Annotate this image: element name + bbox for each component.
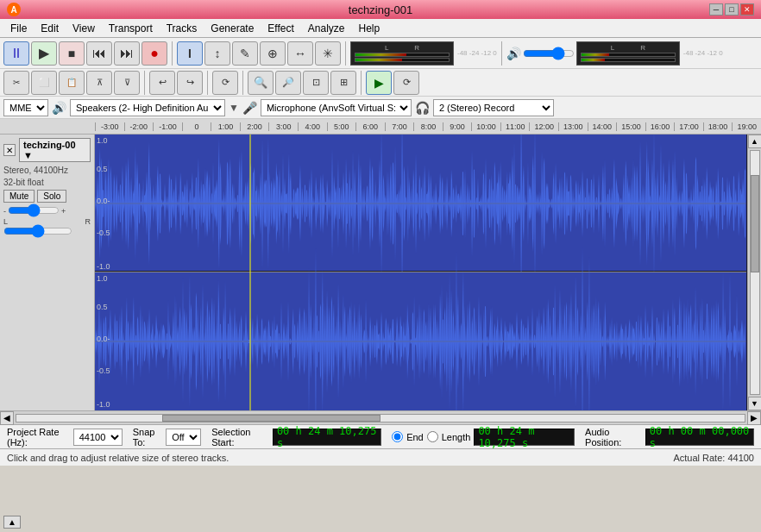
- menu-view[interactable]: View: [66, 21, 102, 36]
- trim-button[interactable]: ✂: [3, 71, 29, 95]
- solo-button[interactable]: Solo: [37, 190, 66, 203]
- project-rate-group: Project Rate (Hz): 44100: [7, 427, 123, 448]
- separator3: [501, 41, 502, 66]
- timeshift-tool[interactable]: ↔: [287, 41, 313, 66]
- api-select[interactable]: MME: [3, 99, 48, 116]
- channels-select[interactable]: 2 (Stereo) Record: [433, 99, 554, 116]
- transport-toolbar: ⏸ ▶ ■ ⏮ ⏭ ● I ↕ ✎ ⊕ ↔ ✳ LR -48 -24 -12 0…: [0, 38, 761, 69]
- play-button[interactable]: ▶: [31, 41, 57, 66]
- gain-row: - +: [3, 205, 91, 216]
- timeline-ruler: -3:00 -2:00 -1:00 0 1:00 2:00 3:00 4:00 …: [0, 119, 761, 135]
- multi-tool[interactable]: ✳: [315, 41, 341, 66]
- track-expand-button[interactable]: ▲: [3, 516, 21, 529]
- length-radio[interactable]: [427, 431, 438, 442]
- titlebar-title: techzing-001: [349, 3, 412, 16]
- menu-help[interactable]: Help: [352, 21, 387, 36]
- pause-button[interactable]: ⏸: [3, 41, 29, 66]
- gain-slider[interactable]: [8, 205, 60, 216]
- zoom-in-button[interactable]: 🔍: [248, 71, 274, 95]
- draw-tool[interactable]: ✎: [232, 41, 258, 66]
- zoom-out-waveform[interactable]: ⊽: [114, 71, 140, 95]
- track-name-button[interactable]: techzing-00 ▼: [19, 138, 91, 162]
- down-arrow-icon: ▼: [229, 102, 239, 114]
- zoom-tool[interactable]: ⊕: [260, 41, 286, 66]
- actual-rate-text: Actual Rate: 44100: [673, 453, 754, 463]
- input-vu-r: [581, 58, 676, 62]
- output-volume-slider[interactable]: [523, 48, 575, 59]
- mic-icon: 🎤: [242, 101, 257, 115]
- waveform-area[interactable]: [95, 135, 747, 410]
- select-tool[interactable]: I: [177, 41, 203, 66]
- v-scroll-thumb[interactable]: [751, 175, 759, 272]
- speaker-icon: 🔊: [506, 47, 521, 60]
- record-button[interactable]: ●: [142, 41, 167, 66]
- pan-slider[interactable]: [3, 226, 72, 236]
- sep7: [361, 71, 362, 95]
- maximize-button[interactable]: □: [725, 3, 739, 16]
- input-device-select[interactable]: Microphone (AnvSoft Virtual S:: [261, 99, 412, 116]
- play-green-button[interactable]: ▶: [366, 71, 392, 95]
- skip-back-button[interactable]: ⏮: [86, 41, 112, 66]
- h-scroll-right[interactable]: ▶: [747, 411, 761, 425]
- silence-button[interactable]: ⬜: [31, 71, 57, 95]
- menu-effect[interactable]: Effect: [261, 21, 300, 36]
- zoom-fit-button[interactable]: ⊞: [330, 71, 356, 95]
- track-controls-panel: ✕ techzing-00 ▼ Stereo, 44100Hz 32-bit f…: [0, 135, 95, 410]
- zoom-sel-button[interactable]: ⊡: [303, 71, 329, 95]
- output-vu-meter: LR: [350, 41, 454, 66]
- bottom-bar: Click and drag to adjust relative size o…: [0, 448, 761, 466]
- sync-button[interactable]: ⟳: [212, 71, 238, 95]
- status-bar: Project Rate (Hz): 44100 Snap To: Off Se…: [0, 424, 761, 448]
- track-info-stereo: Stereo, 44100Hz: [3, 166, 91, 175]
- track-info-bitdepth: 32-bit float: [3, 178, 91, 187]
- redo-button[interactable]: ↪: [177, 71, 203, 95]
- project-rate-select[interactable]: 44100: [73, 429, 123, 446]
- menu-analyze[interactable]: Analyze: [301, 21, 352, 36]
- length-label: Length: [442, 432, 471, 442]
- input-db-labels: -48 -24 -12 0: [683, 49, 723, 57]
- v-scroll-down[interactable]: ▼: [748, 397, 762, 410]
- skip-forward-button[interactable]: ⏭: [114, 41, 140, 66]
- audio-position-display: 00 h 00 m 00,000 s: [645, 429, 754, 446]
- end-length-group: End Length 00 h 24 m 10,275 s: [392, 429, 575, 446]
- envelope-tool[interactable]: ↕: [204, 41, 230, 66]
- titlebar-left: A: [7, 3, 21, 16]
- v-scroll-track[interactable]: [750, 150, 760, 395]
- menu-file[interactable]: File: [3, 21, 34, 36]
- main-area: ✕ techzing-00 ▼ Stereo, 44100Hz 32-bit f…: [0, 135, 761, 410]
- separator1: [172, 41, 173, 66]
- menu-generate[interactable]: Generate: [204, 21, 261, 36]
- sep6: [242, 71, 243, 95]
- loop-button[interactable]: ⟳: [393, 71, 419, 95]
- zoom-in-waveform[interactable]: ⊼: [86, 71, 112, 95]
- horizontal-scrollbar[interactable]: ◀ ▶: [0, 410, 761, 424]
- close-button[interactable]: ✕: [740, 3, 754, 16]
- h-scroll-left[interactable]: ◀: [0, 411, 14, 425]
- h-scroll-track[interactable]: [16, 414, 745, 422]
- output-device-select[interactable]: Speakers (2- High Definition Au: [70, 99, 225, 116]
- mute-button[interactable]: Mute: [3, 190, 35, 203]
- edit-toolbar: ✂ ⬜ 📋 ⊼ ⊽ ↩ ↪ ⟳ 🔍 🔎 ⊡ ⊞ ▶ ⟳: [0, 69, 761, 97]
- track-close-button[interactable]: ✕: [3, 144, 16, 156]
- stop-button[interactable]: ■: [59, 41, 85, 66]
- menu-transport[interactable]: Transport: [102, 21, 160, 36]
- device-row: MME 🔊 Speakers (2- High Definition Au ▼ …: [0, 97, 761, 119]
- app-logo: A: [7, 3, 21, 16]
- menu-edit[interactable]: Edit: [34, 21, 66, 36]
- zoom-out-button[interactable]: 🔎: [275, 71, 301, 95]
- vertical-scrollbar[interactable]: ▲ ▼: [747, 135, 761, 410]
- end-label: End: [406, 432, 424, 442]
- v-scroll-up[interactable]: ▲: [748, 135, 762, 148]
- output-volume-ctrl: 🔊: [506, 47, 575, 60]
- copy-button[interactable]: 📋: [59, 71, 85, 95]
- channels-icon: 🎧: [415, 101, 430, 115]
- end-radio[interactable]: [392, 431, 403, 442]
- snap-to-group: Snap To: Off: [133, 427, 201, 448]
- snap-to-select[interactable]: Off: [166, 429, 201, 446]
- menu-tracks[interactable]: Tracks: [160, 21, 204, 36]
- end-time-display: 00 h 24 m 10,275 s: [474, 429, 575, 446]
- minimize-button[interactable]: ─: [709, 3, 723, 16]
- h-scroll-thumb[interactable]: [162, 415, 380, 422]
- titlebar-controls: ─ □ ✕: [709, 3, 754, 16]
- undo-button[interactable]: ↩: [149, 71, 175, 95]
